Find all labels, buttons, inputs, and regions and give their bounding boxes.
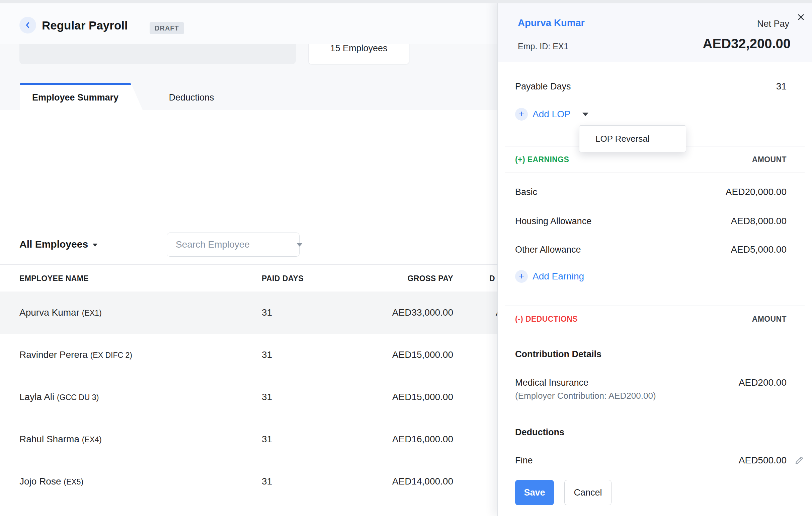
earning-label: Other Allowance bbox=[515, 245, 581, 255]
close-button[interactable] bbox=[796, 12, 806, 22]
contribution-label: Medical Insurance bbox=[515, 378, 588, 388]
close-icon bbox=[796, 12, 806, 22]
employee-id: (EX5) bbox=[64, 478, 83, 486]
panel-footer: Save Cancel bbox=[515, 480, 611, 505]
chevron-down-icon[interactable] bbox=[296, 243, 302, 247]
employee-search-combobox[interactable] bbox=[167, 233, 299, 257]
contribution-details-title-row: Contribution Details bbox=[515, 348, 787, 361]
earning-row: Basic AED20,000.00 bbox=[515, 185, 787, 199]
earning-row: Other Allowance AED5,000.00 bbox=[515, 243, 787, 256]
employee-id: (EX1) bbox=[82, 308, 102, 317]
employee-name: Apurva Kumar bbox=[20, 307, 79, 318]
gross-pay: AED33,000.00 bbox=[352, 292, 453, 334]
paid-days: 31 bbox=[262, 503, 272, 516]
gross-pay: AED14,000.00 bbox=[352, 460, 453, 503]
deductions-amount-header: AMOUNT bbox=[752, 315, 787, 324]
earnings-amount-header: AMOUNT bbox=[752, 155, 787, 164]
employee-id: (GCC DU 3) bbox=[57, 393, 99, 402]
payable-days-row: Payable Days 31 bbox=[515, 80, 787, 93]
contribution-amount: AED200.00 bbox=[739, 377, 787, 388]
chevron-left-icon bbox=[23, 21, 32, 29]
deduction-row: Fine AED500.00 bbox=[515, 454, 787, 467]
panel-header: Apurva Kumar Net Pay Emp. ID: EX1 AED32,… bbox=[498, 0, 812, 62]
button-divider bbox=[577, 109, 577, 119]
section-divider bbox=[505, 333, 805, 333]
chevron-down-icon[interactable] bbox=[582, 113, 588, 116]
earning-label: Housing Allowance bbox=[515, 216, 591, 226]
pencil-icon bbox=[794, 455, 805, 466]
employee-id: (EX4) bbox=[82, 435, 102, 444]
gross-pay: AED15,000.00 bbox=[352, 376, 453, 418]
section-divider bbox=[505, 305, 805, 306]
payable-days-label: Payable Days bbox=[515, 81, 571, 92]
payable-days-value: 31 bbox=[776, 81, 787, 92]
paid-days: 31 bbox=[262, 418, 272, 460]
employee-filter-dropdown[interactable]: All Employees bbox=[20, 239, 97, 250]
plus-icon: + bbox=[515, 270, 528, 283]
employee-detail-panel: Apurva Kumar Net Pay Emp. ID: EX1 AED32,… bbox=[497, 0, 812, 516]
add-earning-button[interactable]: + Add Earning bbox=[515, 270, 584, 283]
add-earning-label: Add Earning bbox=[532, 271, 584, 282]
section-divider bbox=[505, 172, 805, 173]
employees-count-label: 15 Employees bbox=[309, 43, 409, 54]
paid-days: 31 bbox=[262, 376, 272, 418]
search-input[interactable] bbox=[176, 239, 296, 250]
gross-pay: AED16,000.00 bbox=[352, 418, 453, 460]
employee-name: Rahul Sharma bbox=[20, 434, 79, 444]
earning-row: Housing Allowance AED8,000.00 bbox=[515, 214, 787, 228]
tab-employee-summary[interactable]: Employee Summary bbox=[20, 83, 131, 111]
employee-id: (EX DIFC 2) bbox=[90, 351, 132, 359]
net-pay-amount: AED32,200.00 bbox=[703, 36, 790, 51]
tab-deductions[interactable]: Deductions bbox=[151, 83, 232, 111]
deductions-header-label: (-) DEDUCTIONS bbox=[515, 315, 578, 324]
paid-days: 31 bbox=[262, 460, 272, 503]
col-header-gross-pay: GROSS PAY bbox=[352, 271, 453, 286]
back-button[interactable] bbox=[20, 17, 36, 33]
employee-name: Layla Ali bbox=[20, 392, 54, 402]
chevron-down-icon bbox=[93, 244, 97, 247]
paid-days: 31 bbox=[262, 334, 272, 376]
earnings-section-header: (+) EARNINGS AMOUNT bbox=[515, 153, 787, 166]
net-pay-label: Net Pay bbox=[757, 19, 789, 29]
add-lop-label: Add LOP bbox=[532, 109, 571, 119]
earning-amount: AED20,000.00 bbox=[726, 187, 787, 197]
col-header-deductions-clipped: D bbox=[489, 271, 495, 286]
employee-name-link[interactable]: Apurva Kumar bbox=[518, 18, 585, 28]
col-header-paid-days: PAID DAYS bbox=[262, 271, 303, 286]
gross-pay: AED15,000.00 bbox=[352, 334, 453, 376]
employee-name: Jojo Rose bbox=[20, 476, 61, 487]
window-top-strip bbox=[0, 0, 812, 3]
earning-label: Basic bbox=[515, 187, 537, 197]
deductions-title-row: Deductions bbox=[515, 426, 787, 439]
status-badge: DRAFT bbox=[150, 22, 184, 34]
deduction-label: Fine bbox=[515, 455, 533, 466]
plus-icon: + bbox=[515, 108, 528, 120]
footer-divider bbox=[498, 470, 812, 470]
lop-dropdown-menu: LOP Reversal bbox=[579, 125, 686, 152]
contribution-row: Medical Insurance AED200.00 bbox=[515, 376, 787, 389]
cancel-button[interactable]: Cancel bbox=[564, 480, 611, 505]
employee-name: Ravinder Perera bbox=[20, 350, 88, 360]
save-button[interactable]: Save bbox=[515, 480, 554, 505]
employee-id-text: Emp. ID: EX1 bbox=[518, 42, 568, 51]
contribution-details-title: Contribution Details bbox=[515, 349, 602, 359]
col-header-employee-name: EMPLOYEE NAME bbox=[20, 271, 89, 286]
earning-amount: AED8,000.00 bbox=[731, 216, 787, 226]
gross-pay: AED11,000.00 bbox=[352, 503, 453, 516]
deductions-title: Deductions bbox=[515, 427, 564, 438]
earning-amount: AED5,000.00 bbox=[731, 244, 787, 255]
menu-item-lop-reversal[interactable]: LOP Reversal bbox=[579, 126, 686, 152]
deductions-section-header: (-) DEDUCTIONS AMOUNT bbox=[515, 312, 787, 326]
employer-contribution-note: (Employer Contribution: AED200.00) bbox=[515, 391, 656, 401]
paid-days: 31 bbox=[262, 292, 272, 334]
earnings-header-label: (+) EARNINGS bbox=[515, 155, 569, 164]
employee-filter-label: All Employees bbox=[20, 239, 88, 250]
add-lop-button[interactable]: + Add LOP bbox=[515, 108, 588, 120]
deduction-amount: AED500.00 bbox=[739, 455, 787, 466]
edit-fine-button[interactable] bbox=[794, 455, 805, 466]
page-title: Regular Payroll bbox=[42, 19, 128, 32]
